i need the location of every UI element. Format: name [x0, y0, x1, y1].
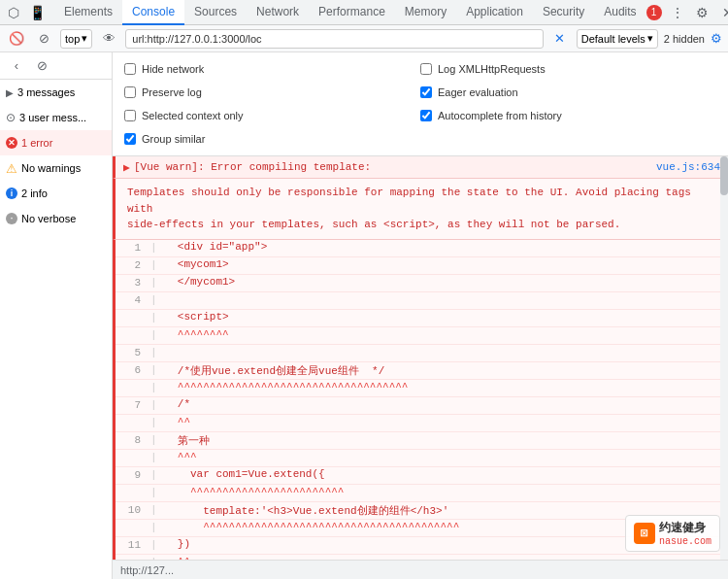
file-link[interactable]: vue.js:634: [656, 161, 720, 173]
warnings-label: No warnings: [21, 162, 81, 174]
console-toolbar: 🚫 ⊘ top ▾ 👁 ✕ Default levels ▾ 2 hidden …: [0, 25, 728, 52]
preserve-log-label: Preserve log: [142, 86, 202, 98]
more-tabs-icon[interactable]: ⋮: [668, 3, 687, 22]
line-number: 10: [116, 503, 150, 516]
line-number: 8: [116, 433, 150, 446]
sidebar-item-errors[interactable]: ✕ 1 error: [0, 130, 112, 155]
hide-network-checkbox[interactable]: [124, 63, 136, 75]
tab-application[interactable]: Application: [456, 0, 533, 25]
eager-eval-checkbox[interactable]: [420, 86, 432, 98]
filter-input[interactable]: [125, 29, 543, 49]
tab-elements[interactable]: Elements: [54, 0, 122, 25]
error-icon: ✕: [6, 137, 17, 149]
error-header-row: ▶ [Vue warn]: Error compiling template: …: [113, 156, 728, 179]
hidden-count: 2 hidden: [664, 33, 705, 45]
sidebar-item-verbose[interactable]: · No verbose: [0, 206, 112, 231]
autocomplete-option[interactable]: Autocomplete from history: [420, 105, 716, 126]
main-area: ‹ ⊘ ▶ 3 messages ⊙ 3 user mess... ✕ 1 er…: [0, 52, 728, 579]
verbose-icon: ·: [6, 213, 17, 224]
watermark-line2: nasue.com: [659, 536, 711, 547]
log-levels-select[interactable]: Default levels ▾: [577, 29, 658, 49]
group-similar-option[interactable]: Group similar: [124, 128, 420, 150]
sidebar-item-info[interactable]: i 2 info: [0, 181, 112, 206]
content-area: Hide network Preserve log Selected conte…: [113, 52, 728, 579]
scrollbar-thumb[interactable]: [720, 156, 728, 195]
tab-audits[interactable]: Audits: [594, 0, 645, 25]
line-number: 7: [116, 398, 150, 411]
tab-performance[interactable]: Performance: [309, 0, 395, 25]
log-xhr-checkbox[interactable]: [420, 63, 432, 75]
code-line-1: 1 | <div id="app">: [116, 240, 728, 257]
eager-eval-label: Eager evaluation: [438, 86, 518, 98]
tab-memory[interactable]: Memory: [395, 0, 456, 25]
sidebar-item-messages[interactable]: ▶ 3 messages: [0, 80, 112, 105]
sidebar-filter-icon[interactable]: ⊘: [31, 55, 52, 77]
tab-sources[interactable]: Sources: [184, 0, 247, 25]
group-similar-label: Group similar: [142, 133, 205, 145]
error-triangle-icon: ▶: [123, 160, 130, 174]
messages-arrow-icon: ▶: [6, 87, 14, 98]
line-number: 2: [116, 258, 150, 271]
settings-icon[interactable]: ⚙: [693, 3, 712, 22]
code-line-9: 9 | var com1=Vue.extend({: [116, 467, 728, 485]
sidebar: ‹ ⊘ ▶ 3 messages ⊙ 3 user mess... ✕ 1 er…: [0, 52, 113, 579]
watermark-text: 约速健身 nasue.com: [659, 520, 711, 547]
code-line-5: 5 |: [116, 345, 728, 362]
context-select[interactable]: top ▾: [60, 29, 92, 49]
close-devtools-icon[interactable]: ✕: [718, 3, 728, 22]
tab-console[interactable]: Console: [122, 0, 184, 25]
messages-label: 3 messages: [17, 86, 75, 98]
sidebar-filter-row: ‹ ⊘: [0, 52, 112, 80]
console-settings-icon[interactable]: ⚙: [711, 31, 722, 46]
scrollbar-track[interactable]: [720, 156, 728, 560]
notification-badge: 1: [646, 5, 662, 20]
sidebar-item-warnings[interactable]: ⚠ No warnings: [0, 155, 112, 181]
group-similar-checkbox[interactable]: [124, 133, 136, 145]
device-icon[interactable]: 📱: [27, 3, 47, 22]
log-levels-chevron-icon: ▾: [647, 32, 653, 45]
log-xhr-option[interactable]: Log XMLHttpRequests: [420, 58, 716, 80]
autocomplete-label: Autocomplete from history: [438, 110, 562, 121]
eager-eval-option[interactable]: Eager evaluation: [420, 82, 716, 103]
eye-icon[interactable]: 👁: [98, 28, 119, 50]
settings-panel: Hide network Preserve log Selected conte…: [113, 52, 728, 156]
code-line-2: 2 | <mycom1>: [116, 257, 728, 275]
code-line-squiggle-7: | ^^: [116, 555, 728, 561]
preserve-log-option[interactable]: Preserve log: [124, 82, 420, 103]
warning-icon: ⚠: [6, 161, 17, 176]
code-line-3: 3 | </mycom1>: [116, 275, 728, 292]
tab-network[interactable]: Network: [247, 0, 309, 25]
selected-context-checkbox[interactable]: [124, 110, 136, 121]
code-line-squiggle-5: | ^^^^^^^^^^^^^^^^^^^^^^^^: [116, 485, 728, 502]
filter-icon[interactable]: ⊘: [33, 28, 54, 50]
code-line-4: 4 |: [116, 292, 728, 310]
inspect-icon[interactable]: ⬡: [4, 3, 23, 22]
preserve-log-checkbox[interactable]: [124, 86, 136, 98]
clear-filter-icon[interactable]: ✕: [549, 28, 571, 50]
line-number: 3: [116, 276, 150, 289]
hide-network-option[interactable]: Hide network: [124, 58, 420, 80]
code-block: 1 | <div id="app"> 2 | <mycom1> 3 | </my…: [113, 240, 728, 561]
line-number: 1: [116, 241, 150, 254]
clear-console-icon[interactable]: 🚫: [6, 28, 27, 50]
code-line-squiggle-3: | ^^: [116, 415, 728, 432]
line-number: 9: [116, 468, 150, 481]
settings-col-right: Log XMLHttpRequests Eager evaluation Aut…: [420, 58, 716, 150]
code-line-squiggle-2: | ^^^^^^^^^^^^^^^^^^^^^^^^^^^^^^^^^^^^: [116, 380, 728, 397]
sidebar-back-icon[interactable]: ‹: [6, 55, 27, 77]
code-line-script: | <script>: [116, 310, 728, 327]
info-icon: i: [6, 187, 17, 199]
line-number: 5: [116, 346, 150, 358]
selected-context-option[interactable]: Selected context only: [124, 105, 420, 126]
watermark-line1: 约速健身: [659, 520, 711, 536]
log-levels-label: Default levels: [581, 33, 645, 45]
user-icon: ⊙: [6, 111, 16, 124]
selected-context-label: Selected context only: [142, 110, 244, 121]
line-number: [116, 311, 150, 312]
console-output[interactable]: ▶ [Vue warn]: Error compiling template: …: [113, 156, 728, 560]
autocomplete-checkbox[interactable]: [420, 110, 432, 121]
code-line-7: 7 | /*: [116, 397, 728, 415]
tab-security[interactable]: Security: [533, 0, 594, 25]
sidebar-item-user-messages[interactable]: ⊙ 3 user mess...: [0, 105, 112, 130]
verbose-label: No verbose: [21, 213, 76, 224]
